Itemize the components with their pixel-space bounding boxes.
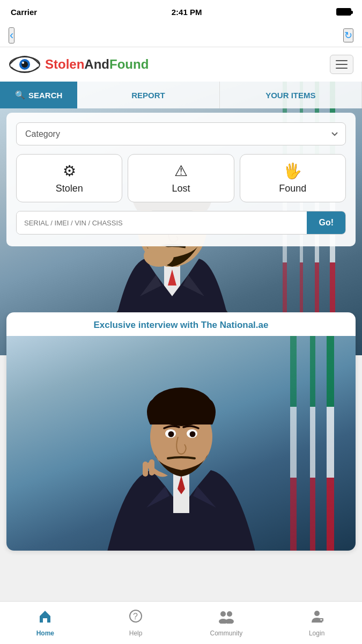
nav-help-label: Help — [129, 630, 143, 637]
refresh-button[interactable]: ↻ — [343, 28, 353, 42]
home-icon — [38, 609, 53, 627]
svg-point-34 — [314, 611, 320, 616]
svg-point-33 — [225, 619, 234, 624]
uae-flag-3 — [290, 336, 297, 551]
interview-card: Exclusive interview with The National.ae — [6, 312, 356, 551]
carrier-label: Carrier — [11, 8, 37, 17]
svg-point-25 — [189, 431, 195, 437]
svg-rect-26 — [143, 462, 148, 477]
svg-point-30 — [220, 611, 226, 617]
type-lost-label: Lost — [172, 183, 190, 194]
logo-text: StolenAndFound — [45, 57, 149, 72]
menu-button[interactable] — [330, 55, 353, 74]
serial-input-row: Go! — [16, 211, 346, 235]
help-icon: ? — [128, 609, 143, 627]
type-stolen-label: Stolen — [56, 183, 83, 194]
logo-and: And — [84, 57, 109, 71]
status-bar: Carrier 2:41 PM — [0, 0, 362, 24]
interview-title[interactable]: Exclusive interview with The National.ae — [6, 312, 356, 336]
search-box: Category Electronics Vehicle Jewelry ⚙ S… — [6, 113, 356, 246]
nav-login[interactable]: Login — [271, 609, 362, 637]
tab-report[interactable]: REPORT — [77, 82, 219, 108]
stolen-icon: ⚙ — [63, 162, 76, 180]
interview-photo-area — [6, 336, 356, 551]
category-select[interactable]: Category Electronics Vehicle Jewelry — [16, 122, 346, 145]
app-header: StolenAndFound — [0, 47, 362, 82]
hamburger-line-1 — [336, 60, 348, 61]
uae-flag-2 — [310, 336, 315, 551]
type-btn-lost[interactable]: ⚠ Lost — [128, 154, 234, 202]
tab-search[interactable]: 🔍 SEARCH — [0, 82, 77, 108]
status-icons — [336, 8, 351, 16]
person-in-photo — [79, 341, 283, 551]
svg-rect-36 — [320, 619, 322, 620]
uae-flag-1 — [327, 336, 334, 551]
search-overlay: 🔍 SEARCH REPORT YOUR ITEMS Category Elec… — [0, 82, 362, 251]
tab-search-label: SEARCH — [28, 91, 62, 100]
back-button[interactable]: ‹ — [9, 27, 14, 43]
svg-point-24 — [168, 431, 174, 437]
time-label: 2:41 PM — [172, 8, 202, 17]
svg-rect-12 — [153, 250, 158, 264]
eye-logo-icon — [9, 54, 41, 75]
nav-login-label: Login — [309, 630, 324, 637]
nav-community[interactable]: Community — [181, 609, 272, 637]
battery-icon — [336, 8, 351, 16]
nav-bar: ‹ ↻ — [0, 24, 362, 47]
tab-your-items-label: YOUR ITEMS — [265, 91, 315, 100]
interview-section: Exclusive interview with The National.ae — [0, 312, 362, 601]
search-icon: 🔍 — [15, 90, 25, 100]
svg-rect-27 — [149, 459, 154, 475]
logo-found: Found — [109, 57, 149, 71]
category-dropdown-wrap: Category Electronics Vehicle Jewelry — [16, 122, 346, 145]
svg-rect-11 — [148, 252, 152, 264]
hamburger-line-3 — [336, 68, 348, 69]
lost-icon: ⚠ — [174, 162, 188, 180]
community-icon — [218, 609, 235, 627]
type-buttons-row: ⚙ Stolen ⚠ Lost 🖐 Found — [16, 154, 346, 202]
nav-help[interactable]: ? Help — [91, 609, 181, 637]
type-btn-stolen[interactable]: ⚙ Stolen — [16, 154, 122, 202]
type-btn-found[interactable]: 🖐 Found — [240, 154, 346, 202]
nav-home-label: Home — [36, 630, 54, 637]
nav-home[interactable]: Home — [0, 609, 91, 637]
app-root: Carrier 2:41 PM ‹ ↻ StolenAndFound — [0, 0, 362, 644]
bottom-nav: Home ? Help Community — [0, 601, 362, 644]
hamburger-line-2 — [336, 64, 348, 65]
svg-point-31 — [227, 611, 232, 617]
logo-stolen: Stolen — [45, 57, 84, 71]
found-icon: 🖐 — [283, 162, 302, 180]
nav-community-label: Community — [210, 630, 243, 637]
tab-your-items[interactable]: YOUR ITEMS — [220, 82, 362, 108]
go-button[interactable]: Go! — [307, 211, 345, 234]
serial-input[interactable] — [17, 211, 307, 234]
tabs-row: 🔍 SEARCH REPORT YOUR ITEMS — [0, 82, 362, 108]
tab-report-label: REPORT — [131, 91, 165, 100]
login-icon — [309, 609, 324, 627]
svg-point-16 — [22, 62, 24, 64]
svg-text:?: ? — [133, 612, 138, 621]
type-found-label: Found — [279, 183, 306, 194]
logo: StolenAndFound — [9, 54, 149, 75]
